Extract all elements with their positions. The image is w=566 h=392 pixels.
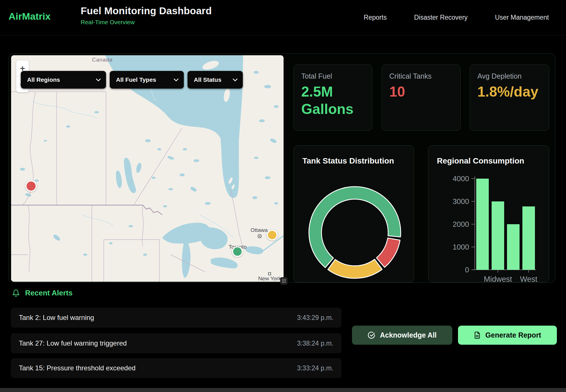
app-header: AirMatrix Fuel Monitoring Dashboard Real… — [0, 0, 566, 35]
regional-consumption-card: Regional Consumption 01000200030004000Mi… — [428, 145, 549, 282]
map-label-new-york: New York — [258, 275, 281, 282]
y-axis-tick-label: 2000 — [453, 220, 469, 228]
top-nav: Reports Disaster Recovery User Managemen… — [364, 0, 549, 35]
bar-0 — [476, 179, 489, 270]
tank-status-card: Tank Status Distribution — [294, 145, 414, 282]
region-filter-value: All Regions — [27, 76, 60, 83]
alert-row[interactable]: Tank 2: Low fuel warning 3:43:29 p.m. — [11, 308, 341, 328]
regional-consumption-bar-chart: 01000200030004000MidwestWest — [428, 146, 549, 283]
tank-map[interactable]: Canada Ottawa Toronto New York + − All R… — [11, 55, 284, 282]
y-axis-tick-label: 1000 — [453, 243, 469, 251]
stat-label: Critical Tanks — [389, 72, 453, 80]
alert-text: Tank 15: Pressure threshold exceeded — [19, 364, 136, 372]
stat-label: Avg Depletion — [477, 72, 541, 80]
alert-timestamp: 3:43:29 p.m. — [297, 314, 333, 322]
app-logo: AirMatrix — [9, 11, 50, 22]
tank-status-title: Tank Status Distribution — [302, 156, 394, 166]
tank-marker-normal[interactable] — [232, 246, 243, 257]
bar-2 — [507, 224, 520, 270]
donut-slice-critical — [376, 238, 400, 268]
nav-user-management[interactable]: User Management — [495, 14, 549, 21]
x-axis-tick-label: Midwest — [484, 275, 512, 283]
stat-value-critical-tanks: 10 — [389, 83, 453, 101]
donut-slice-warning — [328, 259, 382, 278]
status-filter-value: All Status — [194, 76, 221, 83]
generate-report-button[interactable]: Generate Report — [458, 326, 557, 345]
stat-value-avg-depletion: 1.8%/day — [477, 83, 541, 101]
tank-marker-critical[interactable] — [25, 180, 37, 192]
recent-alerts-title: Recent Alerts — [25, 289, 73, 297]
alert-text: Tank 27: Low fuel warning triggered — [19, 339, 127, 347]
stat-card-avg-depletion: Avg Depletion 1.8%/day — [470, 64, 549, 131]
acknowledge-all-label: Acknowledge All — [380, 331, 437, 339]
alert-row[interactable]: Tank 15: Pressure threshold exceeded 3:3… — [11, 358, 341, 378]
stat-card-critical-tanks: Critical Tanks 10 — [382, 64, 461, 131]
region-filter-dropdown[interactable]: All Regions — [21, 71, 106, 89]
alert-row[interactable]: Tank 27: Low fuel warning triggered 3:38… — [11, 333, 341, 353]
dashboard-panel: Canada Ottawa Toronto New York + − All R… — [9, 53, 555, 283]
nav-disaster-recovery[interactable]: Disaster Recovery — [414, 14, 468, 21]
alert-timestamp: 3:38:24 p.m. — [297, 340, 333, 347]
recent-alerts-header: Recent Alerts — [12, 289, 73, 297]
nav-reports[interactable]: Reports — [364, 14, 387, 21]
stat-label: Total Fuel — [301, 72, 365, 80]
y-axis-tick-label: 3000 — [453, 197, 469, 206]
map-resize-handle-icon[interactable] — [280, 277, 288, 285]
tank-status-donut-chart — [307, 185, 403, 280]
title-block: Fuel Monitoring Dashboard Real-Time Over… — [81, 5, 212, 26]
document-icon — [474, 331, 481, 339]
check-circle-icon — [368, 331, 375, 339]
alert-timestamp: 3:33:24 p.m. — [297, 364, 333, 372]
bar-3 — [522, 207, 535, 270]
acknowledge-all-button[interactable]: Acknowledge All — [352, 326, 452, 345]
alert-text: Tank 2: Low fuel warning — [19, 314, 94, 322]
x-axis-tick-label: West — [520, 275, 538, 283]
stat-card-total-fuel: Total Fuel 2.5M Gallons — [294, 64, 372, 131]
tank-marker-warning[interactable] — [267, 230, 278, 240]
page-subtitle: Real-Time Overview — [81, 19, 212, 26]
map-label-canada: Canada — [92, 57, 113, 63]
generate-report-label: Generate Report — [485, 331, 541, 339]
fuel-type-filter-dropdown[interactable]: All Fuel Types — [110, 71, 184, 89]
stat-value-total-fuel: 2.5M Gallons — [301, 83, 365, 118]
page-title: Fuel Monitoring Dashboard — [81, 5, 212, 17]
chevron-down-icon — [233, 78, 238, 81]
chevron-down-icon — [174, 78, 179, 81]
y-axis-tick-label: 4000 — [453, 174, 469, 183]
map-label-ottawa: Ottawa — [251, 227, 268, 233]
chevron-down-icon — [96, 78, 101, 81]
y-axis-tick-label: 0 — [465, 266, 469, 274]
map-filters: All Regions All Fuel Types All Status — [21, 71, 243, 89]
bottom-bar — [0, 388, 566, 392]
bell-icon — [12, 289, 20, 297]
status-filter-dropdown[interactable]: All Status — [188, 71, 243, 89]
bar-1 — [492, 201, 504, 270]
fuel-type-filter-value: All Fuel Types — [116, 76, 156, 83]
